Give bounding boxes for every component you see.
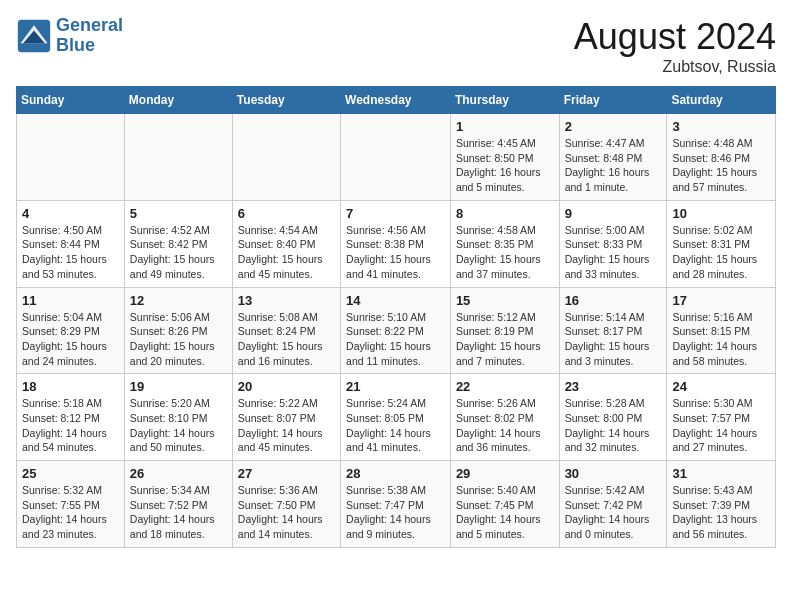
day-info: Sunrise: 5:10 AM Sunset: 8:22 PM Dayligh… xyxy=(346,310,445,369)
day-number: 8 xyxy=(456,206,554,221)
day-number: 3 xyxy=(672,119,770,134)
calendar-cell: 10Sunrise: 5:02 AM Sunset: 8:31 PM Dayli… xyxy=(667,200,776,287)
calendar-cell: 25Sunrise: 5:32 AM Sunset: 7:55 PM Dayli… xyxy=(17,461,125,548)
logo-text: General Blue xyxy=(56,16,123,56)
day-info: Sunrise: 5:18 AM Sunset: 8:12 PM Dayligh… xyxy=(22,396,119,455)
day-info: Sunrise: 5:12 AM Sunset: 8:19 PM Dayligh… xyxy=(456,310,554,369)
week-row-5: 25Sunrise: 5:32 AM Sunset: 7:55 PM Dayli… xyxy=(17,461,776,548)
page-header: General Blue August 2024 Zubtsov, Russia xyxy=(16,16,776,76)
day-info: Sunrise: 5:22 AM Sunset: 8:07 PM Dayligh… xyxy=(238,396,335,455)
day-info: Sunrise: 5:34 AM Sunset: 7:52 PM Dayligh… xyxy=(130,483,227,542)
day-info: Sunrise: 5:14 AM Sunset: 8:17 PM Dayligh… xyxy=(565,310,662,369)
logo-icon xyxy=(16,18,52,54)
calendar-cell xyxy=(17,114,125,201)
day-info: Sunrise: 5:28 AM Sunset: 8:00 PM Dayligh… xyxy=(565,396,662,455)
calendar-cell: 24Sunrise: 5:30 AM Sunset: 7:57 PM Dayli… xyxy=(667,374,776,461)
col-header-sunday: Sunday xyxy=(17,87,125,114)
day-info: Sunrise: 4:45 AM Sunset: 8:50 PM Dayligh… xyxy=(456,136,554,195)
day-info: Sunrise: 5:06 AM Sunset: 8:26 PM Dayligh… xyxy=(130,310,227,369)
day-number: 31 xyxy=(672,466,770,481)
day-number: 13 xyxy=(238,293,335,308)
day-info: Sunrise: 5:30 AM Sunset: 7:57 PM Dayligh… xyxy=(672,396,770,455)
col-header-thursday: Thursday xyxy=(450,87,559,114)
day-number: 4 xyxy=(22,206,119,221)
col-header-tuesday: Tuesday xyxy=(232,87,340,114)
day-number: 17 xyxy=(672,293,770,308)
day-number: 10 xyxy=(672,206,770,221)
day-info: Sunrise: 5:36 AM Sunset: 7:50 PM Dayligh… xyxy=(238,483,335,542)
day-info: Sunrise: 5:00 AM Sunset: 8:33 PM Dayligh… xyxy=(565,223,662,282)
day-info: Sunrise: 4:50 AM Sunset: 8:44 PM Dayligh… xyxy=(22,223,119,282)
day-number: 29 xyxy=(456,466,554,481)
calendar-cell: 27Sunrise: 5:36 AM Sunset: 7:50 PM Dayli… xyxy=(232,461,340,548)
day-number: 14 xyxy=(346,293,445,308)
calendar-cell: 19Sunrise: 5:20 AM Sunset: 8:10 PM Dayli… xyxy=(124,374,232,461)
day-number: 9 xyxy=(565,206,662,221)
day-info: Sunrise: 5:43 AM Sunset: 7:39 PM Dayligh… xyxy=(672,483,770,542)
calendar-cell: 12Sunrise: 5:06 AM Sunset: 8:26 PM Dayli… xyxy=(124,287,232,374)
col-header-monday: Monday xyxy=(124,87,232,114)
day-number: 5 xyxy=(130,206,227,221)
calendar-cell: 30Sunrise: 5:42 AM Sunset: 7:42 PM Dayli… xyxy=(559,461,667,548)
logo-line2: Blue xyxy=(56,35,95,55)
location-subtitle: Zubtsov, Russia xyxy=(574,58,776,76)
day-info: Sunrise: 4:52 AM Sunset: 8:42 PM Dayligh… xyxy=(130,223,227,282)
calendar-cell: 14Sunrise: 5:10 AM Sunset: 8:22 PM Dayli… xyxy=(341,287,451,374)
calendar-cell: 29Sunrise: 5:40 AM Sunset: 7:45 PM Dayli… xyxy=(450,461,559,548)
col-header-saturday: Saturday xyxy=(667,87,776,114)
day-info: Sunrise: 4:47 AM Sunset: 8:48 PM Dayligh… xyxy=(565,136,662,195)
day-number: 2 xyxy=(565,119,662,134)
day-number: 27 xyxy=(238,466,335,481)
day-info: Sunrise: 5:16 AM Sunset: 8:15 PM Dayligh… xyxy=(672,310,770,369)
day-number: 1 xyxy=(456,119,554,134)
calendar-cell: 4Sunrise: 4:50 AM Sunset: 8:44 PM Daylig… xyxy=(17,200,125,287)
week-row-3: 11Sunrise: 5:04 AM Sunset: 8:29 PM Dayli… xyxy=(17,287,776,374)
day-info: Sunrise: 5:24 AM Sunset: 8:05 PM Dayligh… xyxy=(346,396,445,455)
calendar-cell: 6Sunrise: 4:54 AM Sunset: 8:40 PM Daylig… xyxy=(232,200,340,287)
calendar-cell: 1Sunrise: 4:45 AM Sunset: 8:50 PM Daylig… xyxy=(450,114,559,201)
calendar-cell: 9Sunrise: 5:00 AM Sunset: 8:33 PM Daylig… xyxy=(559,200,667,287)
calendar-cell xyxy=(124,114,232,201)
day-info: Sunrise: 4:48 AM Sunset: 8:46 PM Dayligh… xyxy=(672,136,770,195)
day-info: Sunrise: 5:04 AM Sunset: 8:29 PM Dayligh… xyxy=(22,310,119,369)
calendar-table: SundayMondayTuesdayWednesdayThursdayFrid… xyxy=(16,86,776,548)
logo-line1: General xyxy=(56,15,123,35)
day-info: Sunrise: 5:20 AM Sunset: 8:10 PM Dayligh… xyxy=(130,396,227,455)
day-info: Sunrise: 5:02 AM Sunset: 8:31 PM Dayligh… xyxy=(672,223,770,282)
calendar-cell: 18Sunrise: 5:18 AM Sunset: 8:12 PM Dayli… xyxy=(17,374,125,461)
day-info: Sunrise: 4:58 AM Sunset: 8:35 PM Dayligh… xyxy=(456,223,554,282)
day-info: Sunrise: 5:08 AM Sunset: 8:24 PM Dayligh… xyxy=(238,310,335,369)
day-number: 26 xyxy=(130,466,227,481)
calendar-cell: 11Sunrise: 5:04 AM Sunset: 8:29 PM Dayli… xyxy=(17,287,125,374)
day-number: 6 xyxy=(238,206,335,221)
week-row-1: 1Sunrise: 4:45 AM Sunset: 8:50 PM Daylig… xyxy=(17,114,776,201)
month-year-title: August 2024 xyxy=(574,16,776,58)
calendar-cell: 13Sunrise: 5:08 AM Sunset: 8:24 PM Dayli… xyxy=(232,287,340,374)
col-header-friday: Friday xyxy=(559,87,667,114)
calendar-cell: 26Sunrise: 5:34 AM Sunset: 7:52 PM Dayli… xyxy=(124,461,232,548)
day-number: 12 xyxy=(130,293,227,308)
calendar-cell: 31Sunrise: 5:43 AM Sunset: 7:39 PM Dayli… xyxy=(667,461,776,548)
day-number: 28 xyxy=(346,466,445,481)
column-headers: SundayMondayTuesdayWednesdayThursdayFrid… xyxy=(17,87,776,114)
day-number: 25 xyxy=(22,466,119,481)
day-info: Sunrise: 5:40 AM Sunset: 7:45 PM Dayligh… xyxy=(456,483,554,542)
day-number: 20 xyxy=(238,379,335,394)
day-info: Sunrise: 4:54 AM Sunset: 8:40 PM Dayligh… xyxy=(238,223,335,282)
calendar-cell xyxy=(232,114,340,201)
calendar-cell: 28Sunrise: 5:38 AM Sunset: 7:47 PM Dayli… xyxy=(341,461,451,548)
day-number: 23 xyxy=(565,379,662,394)
day-number: 16 xyxy=(565,293,662,308)
calendar-cell: 17Sunrise: 5:16 AM Sunset: 8:15 PM Dayli… xyxy=(667,287,776,374)
day-info: Sunrise: 5:38 AM Sunset: 7:47 PM Dayligh… xyxy=(346,483,445,542)
day-info: Sunrise: 5:42 AM Sunset: 7:42 PM Dayligh… xyxy=(565,483,662,542)
day-info: Sunrise: 5:26 AM Sunset: 8:02 PM Dayligh… xyxy=(456,396,554,455)
week-row-4: 18Sunrise: 5:18 AM Sunset: 8:12 PM Dayli… xyxy=(17,374,776,461)
calendar-cell: 5Sunrise: 4:52 AM Sunset: 8:42 PM Daylig… xyxy=(124,200,232,287)
day-info: Sunrise: 4:56 AM Sunset: 8:38 PM Dayligh… xyxy=(346,223,445,282)
day-number: 7 xyxy=(346,206,445,221)
day-number: 21 xyxy=(346,379,445,394)
calendar-cell: 22Sunrise: 5:26 AM Sunset: 8:02 PM Dayli… xyxy=(450,374,559,461)
logo: General Blue xyxy=(16,16,123,56)
calendar-cell: 20Sunrise: 5:22 AM Sunset: 8:07 PM Dayli… xyxy=(232,374,340,461)
